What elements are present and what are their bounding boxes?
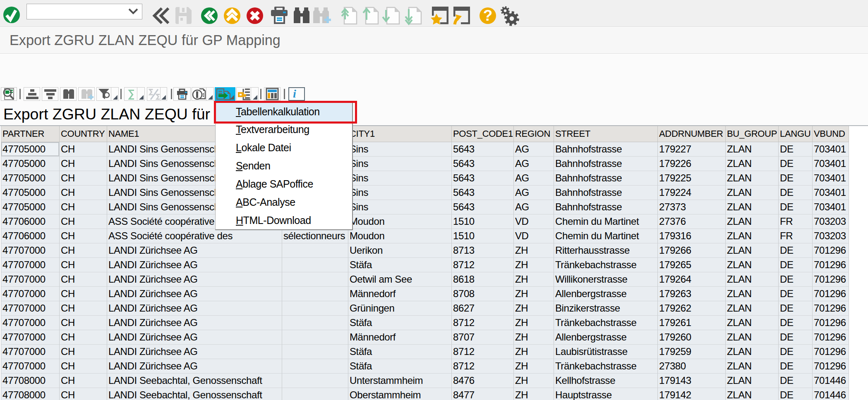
- svg-text:?: ?: [483, 7, 493, 24]
